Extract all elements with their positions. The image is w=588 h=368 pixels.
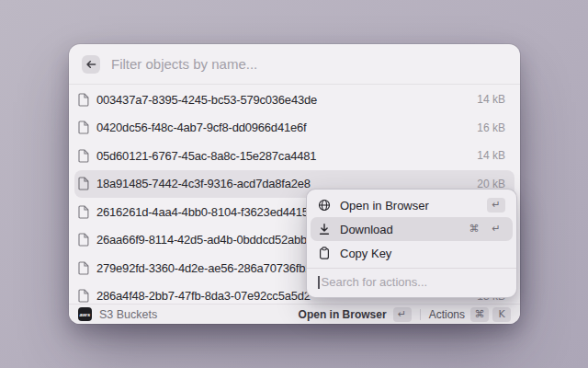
file-icon	[78, 177, 89, 190]
file-icon	[78, 121, 89, 134]
return-key-badge: ↵	[487, 222, 505, 236]
return-key-badge: ↵	[487, 198, 505, 213]
clipboard-icon	[318, 247, 331, 259]
aws-logo-icon: aws	[78, 307, 92, 321]
extension-name: S3 Buckets	[99, 308, 157, 321]
actions-search-placeholder: Search for actions...	[322, 275, 428, 289]
file-icon	[78, 289, 89, 303]
object-name: 003437a7-8395-4245-bc53-579c036e43de	[96, 93, 477, 107]
file-icon	[78, 149, 89, 163]
file-icon	[78, 93, 89, 107]
object-size: 14 kB	[477, 93, 505, 106]
k-key-badge: K	[492, 307, 511, 322]
list-item[interactable]: 003437a7-8395-4245-bc53-579c036e43de 14 …	[74, 86, 514, 114]
file-icon	[78, 261, 89, 275]
file-icon	[78, 233, 89, 247]
actions-menu: Open in Browser ↵ Download ⌘ ↵ Copy Key	[306, 189, 517, 298]
primary-action-button[interactable]: Open in Browser	[299, 308, 387, 321]
raycast-window: Filter objects by name... 003437a7-8395-…	[69, 44, 520, 324]
cmd-key-badge: ⌘	[470, 307, 489, 322]
search-input[interactable]: Filter objects by name...	[111, 56, 257, 72]
menu-item-label: Download	[340, 223, 465, 236]
cmd-key-badge: ⌘	[465, 222, 483, 236]
menu-item-open-in-browser[interactable]: Open in Browser ↵	[311, 193, 513, 217]
object-name: 05d60121-6767-45ac-8a8c-15e287ca4481	[96, 149, 477, 163]
object-size: 16 kB	[477, 121, 505, 134]
menu-item-download[interactable]: Download ⌘ ↵	[311, 217, 513, 241]
list-item[interactable]: 05d60121-6767-45ac-8a8c-15e287ca4481 14 …	[74, 142, 514, 170]
file-icon	[78, 205, 89, 219]
object-size: 14 kB	[477, 149, 505, 162]
footer-divider	[420, 309, 421, 320]
text-caret	[318, 276, 320, 289]
back-button[interactable]	[82, 55, 100, 74]
list-item[interactable]: 0420dc56-f48c-4ab7-9cf8-dd0966d41e6f 16 …	[74, 114, 514, 143]
menu-item-copy-key[interactable]: Copy Key	[311, 241, 513, 265]
download-icon	[318, 223, 331, 236]
back-arrow-icon	[85, 59, 96, 70]
actions-search-input[interactable]: Search for actions...	[311, 269, 513, 293]
return-key-badge: ↵	[393, 307, 412, 322]
actions-button[interactable]: Actions	[429, 308, 465, 321]
menu-item-label: Open in Browser	[340, 199, 487, 213]
object-name: 0420dc56-f48c-4ab7-9cf8-dd0966d41e6f	[96, 121, 477, 134]
menu-item-label: Copy Key	[340, 247, 505, 260]
globe-icon	[318, 199, 331, 212]
status-bar: aws S3 Buckets Open in Browser ↵ Actions…	[69, 304, 520, 324]
search-bar: Filter objects by name...	[69, 44, 520, 85]
